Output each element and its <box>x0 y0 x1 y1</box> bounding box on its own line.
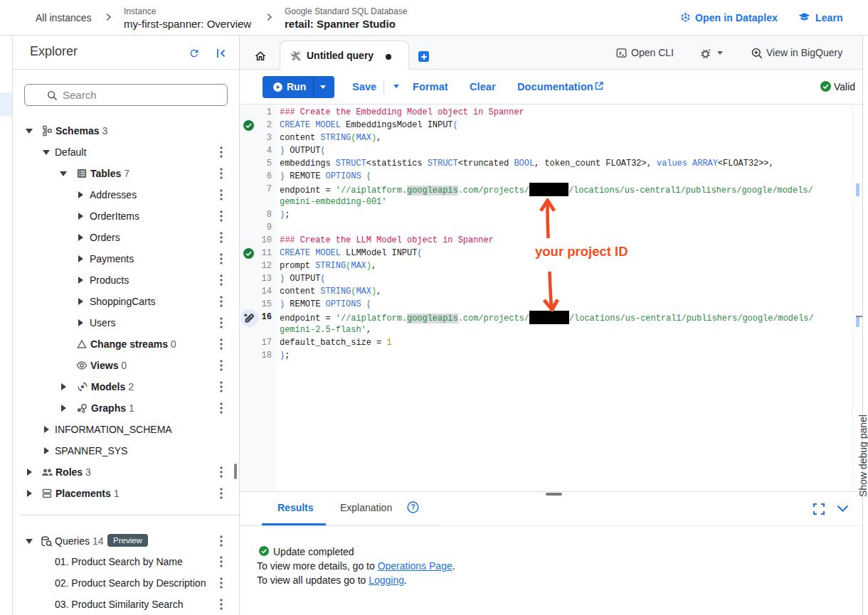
svg-text:?: ? <box>411 503 415 511</box>
